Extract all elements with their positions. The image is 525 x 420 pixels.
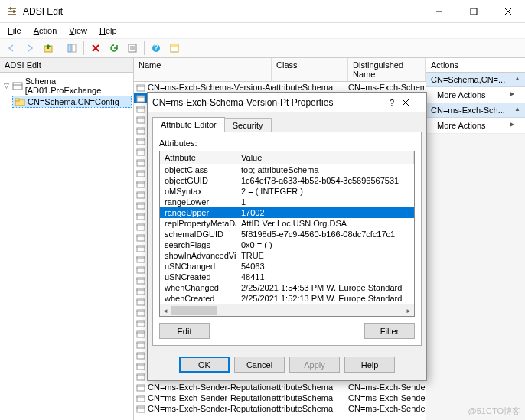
delete-button[interactable] — [87, 40, 104, 57]
object-icon — [134, 286, 148, 295]
svg-rect-39 — [137, 181, 145, 187]
dialog-help-button[interactable]: ? — [382, 98, 402, 107]
attribute-row[interactable]: uSNChanged54063 — [160, 261, 414, 272]
attribute-row[interactable]: rangeLower1 — [160, 197, 414, 207]
tree-header: ADSI Edit — [0, 58, 133, 73]
refresh-button[interactable] — [106, 40, 122, 57]
object-icon — [134, 136, 148, 145]
expander-icon[interactable]: ▽ — [3, 82, 10, 90]
actions-item-more-2[interactable]: More Actions ▶ — [426, 118, 525, 134]
attribute-row[interactable]: objectClasstop; attributeSchema — [160, 164, 414, 175]
help-button[interactable]: ? — [148, 40, 165, 57]
svg-rect-73 — [137, 363, 145, 370]
menu-action[interactable]: Action — [29, 24, 62, 37]
svg-rect-59 — [137, 288, 145, 295]
tab-attribute-editor[interactable]: Attribute Editor — [152, 117, 225, 132]
attribute-row[interactable]: searchFlags0x0 = ( ) — [160, 239, 414, 250]
watermark: @51CTO博客 — [468, 405, 520, 417]
cancel-button[interactable]: Cancel — [234, 357, 285, 373]
scroll-left-icon[interactable]: ◄ — [160, 304, 171, 317]
help-button[interactable]: Help — [344, 357, 395, 373]
maximize-button[interactable] — [456, 0, 491, 23]
up-button[interactable] — [40, 40, 57, 57]
object-icon — [134, 179, 148, 188]
col-header-name[interactable]: Name — [134, 58, 272, 81]
tree-node-schema-config[interactable]: CN=Schema,CN=Config — [12, 96, 132, 108]
attributes-list[interactable]: Attribute Value objectClasstop; attribut… — [159, 151, 415, 317]
attr-col-value[interactable]: Value — [236, 151, 414, 164]
attribute-row[interactable]: oMSyntax2 = ( INTEGER ) — [160, 186, 414, 197]
close-button[interactable] — [491, 0, 525, 23]
naming-context-icon — [12, 81, 23, 90]
svg-rect-1 — [471, 8, 477, 15]
object-icon — [134, 361, 148, 370]
window-title: ADSI Edit — [23, 6, 422, 17]
svg-rect-43 — [137, 203, 145, 209]
col-header-class[interactable]: Class — [272, 58, 348, 81]
menu-view[interactable]: View — [64, 24, 92, 37]
actions-group-selection[interactable]: CN=ms-Exch-Sch... ▲ — [426, 103, 525, 118]
grid-row[interactable]: CN=ms-Exch-Schema-Version-AdcattributeSc… — [134, 82, 426, 93]
object-icon — [134, 211, 148, 220]
folder-icon — [15, 98, 25, 106]
minimize-button[interactable] — [422, 0, 456, 23]
svg-rect-23 — [137, 96, 145, 102]
grid-header: Name Class Distinguished Name — [134, 58, 426, 82]
grid-row[interactable]: CN=ms-Exch-Sender-Reputation-Max...attri… — [134, 382, 426, 392]
attribute-row[interactable]: whenChanged2/25/2021 1:54:53 PM W. Europ… — [160, 282, 414, 293]
actions-item-more-1[interactable]: More Actions ▶ — [426, 87, 525, 103]
svg-rect-65 — [137, 321, 145, 327]
svg-rect-35 — [137, 160, 145, 166]
forward-button[interactable] — [21, 40, 38, 57]
object-icon — [134, 254, 148, 263]
menubar: File Action View Help — [0, 23, 525, 38]
grid-row[interactable]: CN=ms-Exch-Sender-Reputation-Min-...attr… — [134, 403, 426, 414]
tree-node-schema[interactable]: ▽ Schema [AD01.ProExchange — [2, 76, 132, 96]
attribute-row[interactable]: schemaIDGUID5f8198d5-e7c9-4560-b166-08dc… — [160, 229, 414, 239]
actions-group-label: CN=Schema,CN=... — [431, 75, 505, 84]
svg-rect-69 — [137, 342, 145, 348]
object-icon — [134, 233, 148, 242]
edit-button[interactable]: Edit — [159, 323, 210, 339]
actions-group-schema[interactable]: CN=Schema,CN=... ▲ — [426, 73, 525, 87]
collapse-icon[interactable]: ▲ — [514, 75, 520, 84]
back-button[interactable] — [3, 40, 20, 57]
show-hide-tree-button[interactable] — [64, 40, 80, 57]
apply-button[interactable]: Apply — [289, 357, 340, 373]
horizontal-scrollbar[interactable]: ◄ ► — [160, 304, 414, 316]
svg-rect-47 — [137, 224, 145, 230]
attribute-row[interactable]: uSNCreated48411 — [160, 272, 414, 282]
dialog-title: CN=ms-Exch-Schema-Version-Pt Properties — [152, 97, 382, 108]
attribute-row[interactable]: objectGUID1c64ef78-a633-4b52-b054-3c5696… — [160, 175, 414, 186]
menu-help[interactable]: Help — [95, 24, 122, 37]
properties-button[interactable] — [124, 40, 141, 57]
attribute-row[interactable]: whenCreated2/25/2021 1:52:13 PM W. Europ… — [160, 293, 414, 304]
collapse-icon[interactable]: ▲ — [514, 106, 520, 115]
attributes-label: Attributes: — [159, 138, 415, 148]
grid-row[interactable]: CN=ms-Exch-Sender-Reputation-Min-...attr… — [134, 392, 426, 403]
toolbar-extra-button[interactable] — [166, 40, 183, 57]
chevron-right-icon: ▶ — [510, 121, 514, 130]
dialog-close-button[interactable] — [402, 99, 422, 106]
svg-rect-33 — [137, 149, 145, 155]
tab-page-attribute-editor: Attributes: Attribute Value objectClasst… — [152, 132, 422, 346]
object-icon — [134, 158, 148, 167]
attribute-row[interactable]: rangeUpper17002 — [160, 207, 414, 218]
svg-rect-51 — [137, 246, 145, 252]
svg-rect-31 — [137, 138, 145, 145]
scroll-right-icon[interactable]: ► — [403, 304, 414, 317]
tab-security[interactable]: Security — [224, 118, 272, 132]
col-header-dn[interactable]: Distinguished Name — [348, 58, 426, 81]
ok-button[interactable]: OK — [179, 357, 230, 373]
attribute-row[interactable]: replPropertyMetaDataAttID Ver Loc.USN Or… — [160, 218, 414, 229]
attr-col-attribute[interactable]: Attribute — [160, 151, 236, 164]
svg-rect-6 — [72, 44, 76, 52]
object-icon — [134, 383, 148, 392]
scroll-thumb[interactable] — [171, 306, 217, 315]
menu-file[interactable]: File — [3, 24, 26, 37]
actions-header: Actions — [426, 58, 525, 73]
attribute-row[interactable]: showInAdvancedVie...TRUE — [160, 250, 414, 261]
filter-button[interactable]: Filter — [364, 323, 415, 339]
object-icon — [134, 168, 148, 177]
object-icon — [134, 265, 148, 274]
